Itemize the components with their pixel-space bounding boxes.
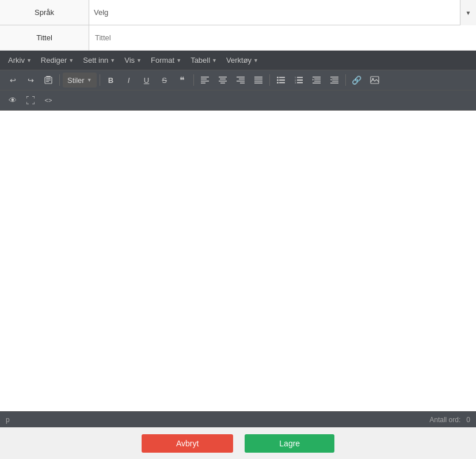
svg-rect-22 [279, 77, 285, 78]
styles-dropdown[interactable]: Stiler ▼ [63, 73, 97, 88]
align-right-button[interactable] [233, 73, 249, 88]
fullscreen-button[interactable] [22, 93, 39, 108]
toolbar-row2: 👁 <> [0, 90, 476, 111]
link-button[interactable]: 🔗 [349, 73, 365, 88]
menu-arrow-sett-inn: ▼ [110, 58, 115, 63]
svg-marker-42 [330, 79, 332, 81]
svg-rect-3 [46, 80, 51, 81]
word-count-value: 0 [466, 416, 470, 424]
outdent-button[interactable] [309, 73, 325, 88]
svg-rect-32 [297, 82, 303, 84]
undo-button[interactable]: ↩ [5, 73, 21, 88]
svg-rect-35 [314, 81, 321, 82]
menu-label-rediger: Rediger [41, 56, 67, 65]
svg-rect-7 [201, 81, 209, 82]
tittel-input[interactable] [89, 25, 476, 50]
svg-rect-41 [330, 83, 338, 84]
menu-label-tabell: Tabell [191, 56, 210, 65]
menu-item-rediger[interactable]: Rediger ▼ [37, 54, 77, 66]
strikethrough-button[interactable]: S [157, 73, 173, 88]
bold-button[interactable]: B [103, 73, 119, 88]
toolbar-sep-1 [59, 74, 60, 86]
menu-arrow-format: ▼ [176, 58, 181, 63]
svg-rect-24 [279, 79, 285, 81]
numbered-list-button[interactable]: 1. 2. 3. [291, 73, 307, 88]
sprak-label: Språk [0, 0, 89, 25]
svg-rect-43 [371, 77, 379, 84]
sprak-select-value: Velg [94, 8, 471, 17]
toolbar-sep-2 [100, 74, 100, 86]
svg-rect-8 [201, 83, 205, 84]
svg-rect-6 [201, 79, 207, 80]
menu-item-sett-inn[interactable]: Sett inn ▼ [79, 54, 119, 66]
blockquote-button[interactable]: ❝ [174, 73, 191, 88]
save-button[interactable]: Lagre [245, 434, 334, 453]
preview-button[interactable]: 👁 [5, 93, 21, 108]
svg-rect-30 [297, 79, 303, 81]
svg-rect-14 [239, 79, 245, 80]
toolbar-sep-5 [345, 74, 346, 86]
svg-rect-18 [254, 79, 262, 80]
bottom-bar: Avbryt Lagre [0, 427, 476, 459]
svg-rect-13 [237, 77, 245, 78]
align-center-button[interactable] [215, 73, 231, 88]
underline-button[interactable]: U [139, 73, 155, 88]
svg-rect-11 [219, 81, 227, 82]
menu-arrow-arkiv: ▼ [26, 58, 32, 63]
svg-text:1.: 1. [295, 77, 296, 79]
styles-arrow-icon: ▼ [87, 77, 92, 83]
align-justify-button[interactable] [250, 73, 266, 88]
svg-rect-16 [240, 83, 245, 84]
menu-item-tabell[interactable]: Tabell ▼ [187, 54, 220, 66]
menu-label-vis: Vis [124, 56, 135, 65]
toolbar-sep-3 [193, 74, 194, 86]
element-indicator: p [6, 416, 10, 424]
menu-arrow-vis: ▼ [136, 58, 142, 63]
menu-label-format: Format [151, 56, 174, 65]
svg-rect-15 [237, 81, 245, 82]
edit-area[interactable] [0, 111, 476, 411]
toolbar-sep-4 [269, 74, 270, 86]
menu-item-verktoy[interactable]: Verktøy ▼ [223, 54, 262, 66]
svg-rect-20 [254, 83, 262, 84]
word-count-label: Antall ord: [429, 416, 460, 424]
menu-label-verktoy: Verktøy [226, 56, 252, 65]
svg-rect-38 [330, 77, 338, 78]
paste-button[interactable] [40, 73, 56, 88]
redo-button[interactable]: ↪ [22, 73, 39, 88]
bullet-list-button[interactable] [273, 73, 289, 88]
svg-point-25 [277, 82, 279, 84]
menu-arrow-rediger: ▼ [68, 58, 74, 63]
image-button[interactable] [367, 73, 383, 88]
menu-label-arkiv: Arkiv [8, 56, 25, 65]
svg-rect-19 [254, 81, 262, 82]
svg-rect-36 [313, 83, 321, 84]
menu-item-arkiv[interactable]: Arkiv ▼ [5, 54, 35, 66]
menu-item-format[interactable]: Format ▼ [147, 54, 185, 66]
menu-arrow-tabell: ▼ [212, 58, 217, 63]
italic-button[interactable]: I [121, 73, 137, 88]
svg-rect-2 [46, 78, 51, 79]
menu-label-sett-inn: Sett inn [83, 56, 108, 65]
tittel-label: Tittel [0, 25, 89, 50]
toolbar-row1: ↩ ↪ Stiler ▼ B I U S ❝ [0, 70, 476, 90]
svg-rect-39 [332, 79, 338, 80]
svg-point-21 [277, 77, 279, 78]
sprak-dropdown-icon[interactable] [460, 0, 476, 25]
cancel-button[interactable]: Avbryt [142, 434, 233, 453]
menu-bar: Arkiv ▼ Rediger ▼ Sett inn ▼ Vis ▼ Forma… [0, 51, 476, 70]
svg-rect-33 [313, 77, 321, 78]
svg-point-23 [277, 79, 279, 81]
svg-rect-17 [254, 77, 262, 78]
indent-button[interactable] [326, 73, 342, 88]
styles-label: Stiler [67, 76, 85, 85]
svg-rect-10 [220, 79, 226, 80]
sprak-select-wrapper[interactable]: Velg [89, 0, 476, 25]
svg-rect-40 [332, 81, 338, 82]
menu-item-vis[interactable]: Vis ▼ [121, 54, 145, 66]
svg-rect-26 [279, 82, 285, 84]
menu-arrow-verktoy: ▼ [253, 58, 258, 63]
source-button[interactable]: <> [40, 93, 56, 108]
align-left-button[interactable] [197, 73, 213, 88]
svg-rect-34 [314, 79, 321, 80]
